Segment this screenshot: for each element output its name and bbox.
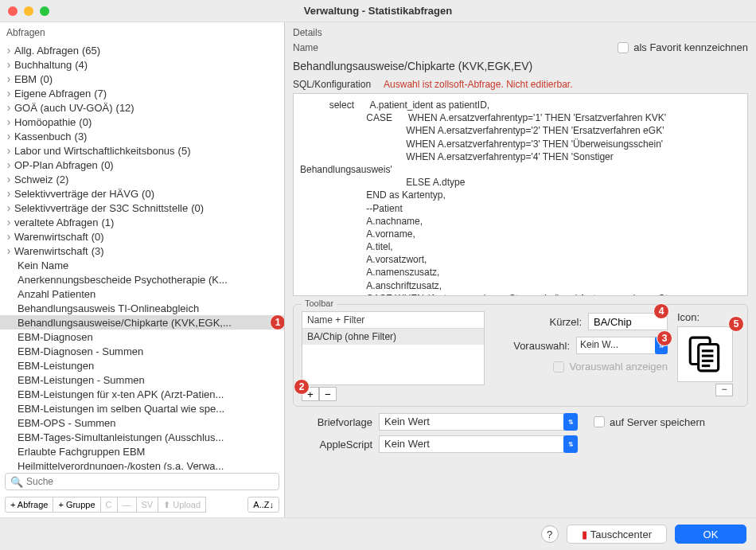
toolbar-group-label: Toolbar <box>302 298 337 308</box>
remove-button: — <box>117 497 137 513</box>
favorite-label: als Favorit kennzeichnen <box>633 41 748 53</box>
kuerzel-label: Kürzel: <box>550 316 582 328</box>
badge-3: 3 <box>657 330 672 346</box>
search-icon: 🔍 <box>10 476 23 488</box>
tree-category[interactable]: Warenwirtschaft(3) <box>0 244 284 258</box>
applescript-select[interactable]: Kein Wert ⇅ <box>379 435 578 453</box>
chevron-updown-icon[interactable]: ⇅ <box>563 435 578 453</box>
tree-leaf[interactable]: Anerkennungsbescheide Psychotherapie (K.… <box>0 272 284 287</box>
search-field[interactable]: 🔍 <box>5 473 279 490</box>
name-label: Name <box>293 42 318 53</box>
tree-category[interactable]: Eigene Abfragen(7) <box>0 86 284 100</box>
tree-leaf[interactable]: Kein Name <box>0 258 284 272</box>
sql-label: SQL/Konfiguration <box>293 79 371 90</box>
tree-leaf[interactable]: Erlaubte Fachgruppen EBM <box>0 444 284 458</box>
tree-category[interactable]: Schweiz(2) <box>0 172 284 186</box>
icon-remove-button[interactable]: − <box>715 384 733 396</box>
sidebar-header: Abfragen <box>0 22 284 41</box>
tree-leaf[interactable]: EBM-Leistungen - Summen <box>0 373 284 387</box>
tree-category[interactable]: Selektivverträge der HÄVG(0) <box>0 186 284 201</box>
toolbar-remove-button[interactable]: − <box>319 387 337 401</box>
document-stack-icon <box>685 334 725 374</box>
footer: ? ▮ Tauschcenter OK <box>0 517 756 550</box>
briefvorlage-label: Briefvorlage <box>293 416 372 428</box>
favorite-checkbox[interactable] <box>618 42 629 53</box>
tree-category[interactable]: Selektivverträge der S3C Schnittstelle(0… <box>0 201 284 215</box>
server-label: auf Server speichern <box>610 416 705 428</box>
server-checkbox[interactable] <box>594 416 605 427</box>
badge-4: 4 <box>653 303 669 319</box>
sidebar: Abfragen Allg. Abfragen(65)Buchhaltung(4… <box>0 22 285 517</box>
vorauswahl-anzeigen-label: Vorauswahl anzeigen <box>569 361 668 373</box>
tree-leaf[interactable]: Behandlungsausweise/Chipkarte (KVK,EGK,.… <box>0 315 284 330</box>
briefvorlage-select[interactable]: Kein Wert ⇅ <box>379 413 578 431</box>
tree-leaf[interactable]: EBM-Leistungen für x-ten APK (Arzt-Patie… <box>0 387 284 401</box>
details-header: Details <box>293 27 748 38</box>
tree-leaf[interactable]: EBM-Diagnosen - Summen <box>0 344 284 358</box>
icon-preview[interactable] <box>677 326 733 382</box>
tree-category[interactable]: EBM(0) <box>0 72 284 86</box>
c-button: C <box>100 497 118 513</box>
tree-leaf[interactable]: EBM-Tages-Simultanleistungen (Ausschlus.… <box>0 430 284 444</box>
window-title: Verwaltung - Statistikabfragen <box>0 5 756 17</box>
toolbar-list-item[interactable]: BA/Chip (ohne Filter) <box>302 329 484 345</box>
upload-icon: ⬆ <box>163 500 170 510</box>
add-group-button[interactable]: + Gruppe <box>53 497 100 513</box>
tree-leaf[interactable]: Heilmittelverordnungen-/kosten (s.a. Ver… <box>0 458 284 470</box>
sidebar-toolbar: + Abfrage + Gruppe C — SV ⬆Upload A..Z↓ <box>0 493 284 517</box>
applescript-label: AppleScript <box>293 439 372 451</box>
help-button[interactable]: ? <box>541 525 559 543</box>
details-panel: Details Name als Favorit kennzeichnen Be… <box>285 22 756 517</box>
badge-1: 1 <box>270 315 284 330</box>
tauschcenter-icon: ▮ <box>582 529 587 540</box>
tauschcenter-button[interactable]: ▮ Tauschcenter <box>567 525 667 544</box>
tree-leaf[interactable]: Behandlungsausweis TI-Onlineabgleich <box>0 301 284 315</box>
tree-category[interactable]: GOÄ (auch UV-GOÄ)(12) <box>0 100 284 115</box>
name-value: Behandlungsausweise/Chipkarte (KVK,EGK,E… <box>293 60 748 72</box>
badge-2: 2 <box>294 379 310 395</box>
tree-category[interactable]: Kassenbuch(3) <box>0 129 284 143</box>
sort-az-button[interactable]: A..Z↓ <box>247 497 279 513</box>
vorauswahl-label: Vorauswahl: <box>513 340 570 352</box>
badge-5: 5 <box>728 316 744 332</box>
tree-category[interactable]: Homöopathie(0) <box>0 115 284 129</box>
tree-leaf[interactable]: Anzahl Patienten <box>0 287 284 301</box>
tree-leaf[interactable]: EBM-OPS - Summen <box>0 415 284 430</box>
tree-leaf[interactable]: EBM-Leistungen <box>0 358 284 373</box>
query-tree[interactable]: Allg. Abfragen(65)Buchhaltung(4)EBM(0)Ei… <box>0 41 284 470</box>
sv-button: SV <box>136 497 159 513</box>
tree-category[interactable]: veraltete Abfragen(1) <box>0 215 284 229</box>
title-bar: Verwaltung - Statistikabfragen <box>0 0 756 22</box>
ok-button[interactable]: OK <box>675 525 746 544</box>
chevron-updown-icon[interactable]: ⇅ <box>563 413 578 431</box>
tree-leaf[interactable]: EBM-Leistungen im selben Quartal wie spe… <box>0 401 284 415</box>
upload-button: ⬆Upload <box>158 497 206 513</box>
toolbar-list[interactable]: Name + Filter BA/Chip (ohne Filter) <box>302 311 485 385</box>
tree-category[interactable]: Warenwirtschaft(0) <box>0 229 284 244</box>
tree-category[interactable]: OP-Plan Abfragen(0) <box>0 158 284 172</box>
sql-warning: Auswahl ist zollsoft-Abfrage. Nicht edit… <box>384 79 572 90</box>
tree-category[interactable]: Labor und Wirtschaftlichkeitsbonus(5) <box>0 143 284 158</box>
tree-category[interactable]: Allg. Abfragen(65) <box>0 43 284 57</box>
toolbar-list-header: Name + Filter <box>302 312 484 329</box>
tree-leaf[interactable]: EBM-Diagnosen <box>0 330 284 344</box>
search-input[interactable] <box>26 476 274 487</box>
sql-textarea[interactable]: select A.patient_ident as patientID, CAS… <box>293 93 748 296</box>
vorauswahl-anzeigen-checkbox <box>553 361 564 373</box>
toolbar-group: Toolbar Name + Filter BA/Chip (ohne Filt… <box>293 304 748 407</box>
vorauswahl-select[interactable]: Kein W... <box>576 337 656 354</box>
toolbar-list-blank <box>302 345 484 384</box>
tree-category[interactable]: Buchhaltung(4) <box>0 57 284 72</box>
add-query-button[interactable]: + Abfrage <box>5 497 53 513</box>
